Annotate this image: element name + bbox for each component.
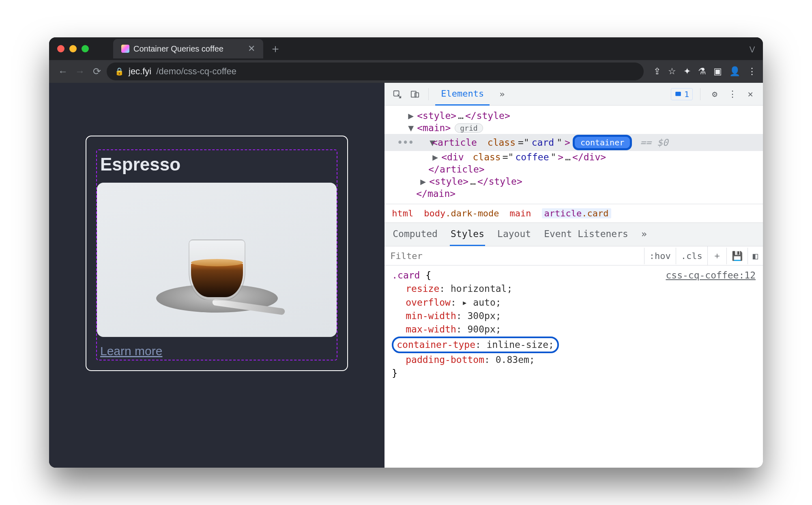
dom-node[interactable]: </article> [397,163,763,175]
lock-icon: 🔒 [115,67,124,76]
device-toggle-icon[interactable] [408,87,422,101]
back-button[interactable]: ← [56,64,70,79]
svg-rect-3 [675,92,681,96]
elements-tab[interactable]: Elements [435,83,490,106]
card: Espresso Learn more [86,136,348,371]
css-declaration[interactable]: min-width: 300px; [392,309,756,323]
menu-icon[interactable]: ⋮ [748,66,756,77]
device-button[interactable]: 💾 [726,248,748,264]
close-devtools-button[interactable]: ✕ [743,87,757,101]
svg-rect-2 [415,93,419,97]
tab-title: Container Queries coffee [133,44,223,54]
cup-shape [189,240,245,300]
dom-tree[interactable]: ▶<style>…</style> ▼<main>grid ••• ▼ <art… [385,106,763,204]
browser-tab[interactable]: Container Queries coffee ✕ [113,39,263,58]
dom-node[interactable]: ▶<div class="coffee">…</div> [397,151,763,163]
side-panel-icon[interactable]: ▣ [713,66,722,77]
devtools-menu-icon[interactable]: ⋮ [726,87,739,101]
breadcrumb: html body.dark-mode main article.card [385,204,763,222]
devtools-tabbar: Elements » 1 ⚙ ⋮ ✕ [385,83,763,106]
more-tabs-button[interactable]: » [494,83,510,105]
dom-node-selected[interactable]: ••• ▼ <article class="card"> container =… [385,134,763,151]
css-declaration[interactable]: resize: horizontal; [392,282,756,296]
event-listeners-tab[interactable]: Event Listeners [543,223,629,246]
grid-badge[interactable]: grid [455,123,483,133]
labs-icon[interactable]: ⚗ [698,66,706,77]
dom-node[interactable]: ▶<style>…</style> [397,110,763,122]
titlebar: Container Queries coffee ✕ ＋ ⋁ [49,37,763,60]
extensions-icon[interactable]: ✦ [683,66,691,77]
close-tab-button[interactable]: ✕ [248,43,255,54]
rule-selector[interactable]: .card [392,270,420,281]
toolbar-actions: ⇪ ☆ ✦ ⚗ ▣ 👤 ⋮ [653,66,756,77]
browser-window: Container Queries coffee ✕ ＋ ⋁ ← → ⟳ 🔒 j… [49,37,763,468]
maximize-window-button[interactable] [82,45,89,52]
crumb-main[interactable]: main [510,208,531,218]
settings-icon[interactable]: ⚙ [708,87,722,101]
svg-rect-1 [411,91,416,97]
inspect-icon[interactable] [390,87,404,101]
crumb-body[interactable]: body.dark-mode [424,208,499,218]
learn-more-link[interactable]: Learn more [97,337,337,360]
rule-source-link[interactable]: css-cq-coffee:12 [666,269,756,282]
toggle-sidebar-button[interactable]: ◧ [748,248,763,264]
rendered-page: Espresso Learn more [49,83,385,468]
forward-button[interactable]: → [73,64,87,79]
share-icon[interactable]: ⇪ [653,66,661,77]
omnibox[interactable]: 🔒 jec.fyi/demo/css-cq-coffee [107,63,644,80]
traffic-lights [57,45,89,52]
computed-tab[interactable]: Computed [392,223,438,246]
issues-count: 1 [684,89,689,99]
issues-badge[interactable]: 1 [671,88,693,100]
container-badge[interactable]: container [573,135,632,150]
favicon-icon [121,45,129,53]
card-title: Espresso [97,150,337,183]
content-area: Espresso Learn more [49,83,763,468]
rule-header: .card { css-cq-coffee:12 [392,269,756,282]
reload-button[interactable]: ⟳ [90,64,104,79]
cls-button[interactable]: .cls [676,248,707,264]
hov-button[interactable]: :hov [644,248,676,264]
toolbar: ← → ⟳ 🔒 jec.fyi/demo/css-cq-coffee ⇪ ☆ ✦… [49,60,763,83]
rule-close: } [392,367,756,380]
close-window-button[interactable] [57,45,64,52]
styles-tab[interactable]: Styles [450,223,485,246]
url-path: /demo/css-cq-coffee [156,66,236,77]
bookmark-icon[interactable]: ☆ [668,66,676,77]
new-tab-button[interactable]: ＋ [270,41,281,56]
css-declaration[interactable]: padding-bottom: 0.83em; [392,353,756,367]
css-declaration[interactable]: max-width: 900px; [392,323,756,336]
minimize-window-button[interactable] [69,45,77,52]
crumb-html[interactable]: html [392,208,413,218]
styles-tabbar: Computed Styles Layout Event Listeners » [385,222,763,246]
dom-node[interactable]: ▼<main>grid [397,122,763,134]
styles-filter-input[interactable] [385,247,644,265]
crumb-article[interactable]: article.card [542,208,611,218]
tab-overflow-button[interactable]: ⋁ [750,45,755,53]
divider [700,88,700,100]
card-image [97,183,337,337]
styles-pane[interactable]: .card { css-cq-coffee:12 resize: horizon… [385,265,763,468]
card-inner: Espresso Learn more [96,149,337,360]
divider [428,88,429,100]
more-subtabs-button[interactable]: » [640,223,648,246]
store-as-global: == $0 [640,137,668,148]
url-host: jec.fyi [129,66,151,77]
layout-tab[interactable]: Layout [496,223,532,246]
devtools-panel: Elements » 1 ⚙ ⋮ ✕ ▶<style>…</style> ▼<m… [385,83,763,468]
dom-node[interactable]: </main> [397,188,763,200]
new-rule-button[interactable]: ＋ [707,246,726,265]
profile-icon[interactable]: 👤 [729,66,740,77]
selected-indicator-icon: ••• [397,136,413,149]
styles-filter-bar: :hov .cls ＋ 💾 ◧ [385,246,763,265]
css-declaration[interactable]: overflow: ▸ auto; [392,296,756,309]
css-declaration-highlighted[interactable]: container-type: inline-size; [392,337,756,353]
dom-node[interactable]: ▶<style>…</style> [397,175,763,188]
